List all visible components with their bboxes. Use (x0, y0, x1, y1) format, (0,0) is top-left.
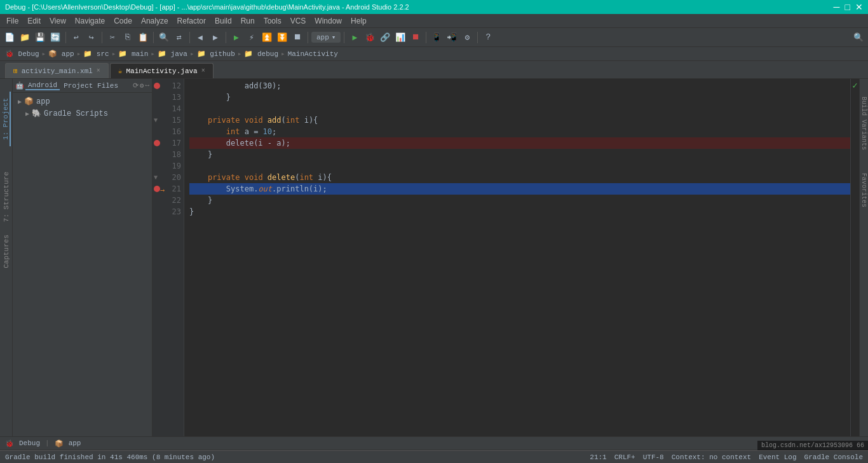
toolbar-app-selector[interactable]: app ▾ (311, 32, 341, 43)
settings-icon[interactable]: ⚙ (140, 81, 144, 90)
menu-refactor[interactable]: Refactor (173, 15, 210, 27)
toolbar-paste[interactable]: 📋 (136, 31, 150, 45)
debug-icon: 🐞 (5, 439, 14, 448)
build-variants-tab[interactable]: Build Variants (860, 92, 867, 155)
toolbar-open[interactable]: 📁 (18, 31, 32, 45)
menu-analyze[interactable]: Analyze (137, 15, 172, 27)
toolbar-new[interactable]: 📄 (3, 31, 17, 45)
toolbar-sync[interactable]: 🔄 (48, 31, 62, 45)
tab-close-xml[interactable]: × (97, 67, 100, 74)
tab-activity-main-xml[interactable]: ⊞ activity_main.xml × (5, 63, 109, 78)
project-vertical-tab[interactable]: 1: Project (2, 92, 11, 146)
favorites-tab[interactable]: Favorites (860, 168, 867, 212)
sync-icon[interactable]: ⟳ (133, 81, 139, 90)
toolbar-stop[interactable]: ⏹ (290, 31, 304, 45)
code-line-15: private void add(int i){ (189, 114, 850, 126)
project-tab-label[interactable]: Android (25, 81, 60, 90)
toolbar-help[interactable]: ? (481, 31, 495, 45)
toolbar-sep6 (308, 32, 308, 43)
toolbar-sep4 (189, 32, 190, 43)
project-nav-buttons: 🤖 Android Project Files (15, 81, 121, 90)
toolbar-undo[interactable]: ↩ (69, 31, 83, 45)
status-bar: Gradle build finished in 41s 460ms (8 mi… (0, 450, 868, 463)
line-num-16: 16 (153, 126, 181, 137)
nav-debug[interactable]: 🐞 Debug (5, 50, 39, 58)
menu-file[interactable]: File (3, 15, 22, 27)
toolbar-build3[interactable]: ⏫ (260, 31, 274, 45)
nav-github[interactable]: 📁 github (197, 50, 235, 58)
menu-view[interactable]: View (46, 15, 70, 27)
event-log-link[interactable]: Event Log (759, 453, 796, 461)
breakpoint-21[interactable] (154, 186, 160, 192)
java-file-icon: ☕ (118, 67, 123, 75)
toolbar-save[interactable]: 💾 (33, 31, 47, 45)
debug-title[interactable]: Debug (19, 439, 40, 447)
line-ending: CRLF+ (614, 453, 635, 461)
toolbar-build2[interactable]: ⚡ (245, 31, 259, 45)
tree-item-gradle[interactable]: ▶ 🐘 Gradle Scripts (13, 107, 152, 120)
close-button[interactable]: ✕ (855, 2, 863, 12)
nav-app[interactable]: 📦 app (48, 50, 74, 58)
code-line-20: private void delete(int i){ (189, 172, 850, 183)
toolbar-build-green[interactable]: ▶ (229, 31, 243, 45)
nav-main[interactable]: 📁 main (118, 50, 148, 58)
toolbar-build4[interactable]: ⏬ (275, 31, 289, 45)
title-bar-controls[interactable]: ─ □ ✕ (834, 2, 863, 12)
chevron-down-icon: ▾ (332, 33, 336, 41)
expand-icon[interactable]: ↔ (145, 81, 149, 90)
tree-arrow-app: ▶ (18, 98, 22, 106)
toolbar-stop2[interactable]: ⏹ (409, 31, 423, 45)
fold-arrow-15[interactable]: ▼ (154, 114, 158, 126)
toolbar-search-everywhere[interactable]: 🔍 (851, 31, 865, 45)
tab-mainactivity-java[interactable]: ☕ MainActivity.java × (110, 63, 214, 78)
breakpoint-17[interactable] (154, 140, 160, 146)
toolbar-find[interactable]: 🔍 (157, 31, 171, 45)
menu-tools[interactable]: Tools (260, 15, 285, 27)
toolbar-debug-green[interactable]: 🐞 (363, 31, 377, 45)
nav-sep1: ▸ (42, 50, 46, 58)
toolbar-redo[interactable]: ↪ (85, 31, 98, 45)
fold-arrow-20[interactable]: ▼ (154, 172, 158, 183)
toolbar-cut[interactable]: ✂ (105, 31, 119, 45)
toolbar-avd[interactable]: 📲 (445, 31, 459, 45)
project-files-tab[interactable]: Project Files (61, 82, 121, 90)
tree-item-app[interactable]: ▶ 📦 app (13, 95, 152, 107)
tab-close-java[interactable]: × (201, 67, 205, 74)
toolbar-attach[interactable]: 🔗 (378, 31, 392, 45)
project-toolbar: 🤖 Android Project Files ⟳ ⚙ ↔ (13, 79, 152, 93)
toolbar-copy[interactable]: ⎘ (121, 31, 135, 45)
menu-window[interactable]: Window (311, 15, 346, 27)
toolbar-sdk[interactable]: 📱 (430, 31, 444, 45)
structure-vertical-tab[interactable]: 7: Structure (3, 165, 10, 228)
toolbar-coverage[interactable]: 📊 (393, 31, 407, 45)
nav-java[interactable]: 📁 java (158, 50, 187, 58)
toolbar-sep3 (153, 32, 154, 43)
menu-vcs[interactable]: VCS (287, 15, 310, 27)
maximize-button[interactable]: □ (845, 2, 850, 12)
gradle-console-link[interactable]: Gradle Console (804, 453, 863, 461)
toolbar-run-green[interactable]: ▶ (348, 31, 362, 45)
app-folder-icon: 📦 (24, 97, 34, 106)
line-num-21: → 21 (153, 183, 181, 195)
code-line-12: add(30); (189, 80, 850, 92)
line-num-19: 19 (153, 160, 181, 172)
menu-code[interactable]: Code (110, 15, 136, 27)
minimize-button[interactable]: ─ (834, 2, 840, 12)
toolbar-settings[interactable]: ⚙ (460, 31, 474, 45)
toolbar-back[interactable]: ◀ (193, 31, 207, 45)
code-lines[interactable]: add(30); } private void add(int i){ (184, 79, 850, 436)
nav-mainactivity[interactable]: MainActivity (288, 50, 338, 58)
line-num-23: 23 (153, 206, 181, 218)
menu-help[interactable]: Help (347, 15, 370, 27)
menu-run[interactable]: Run (237, 15, 259, 27)
menu-edit[interactable]: Edit (24, 15, 44, 27)
toolbar-forward[interactable]: ▶ (208, 31, 222, 45)
captures-vertical-tab[interactable]: Captures (3, 228, 10, 275)
breakpoint-12[interactable] (154, 83, 160, 89)
nav-debug-pkg[interactable]: 📁 debug (244, 50, 278, 58)
nav-src[interactable]: 📁 src (83, 50, 109, 58)
menu-build[interactable]: Build (211, 15, 236, 27)
toolbar-replace[interactable]: ⇄ (172, 31, 186, 45)
left-panel-tabs: 1: Project 7: Structure Captures (0, 79, 13, 436)
menu-navigate[interactable]: Navigate (71, 15, 109, 27)
